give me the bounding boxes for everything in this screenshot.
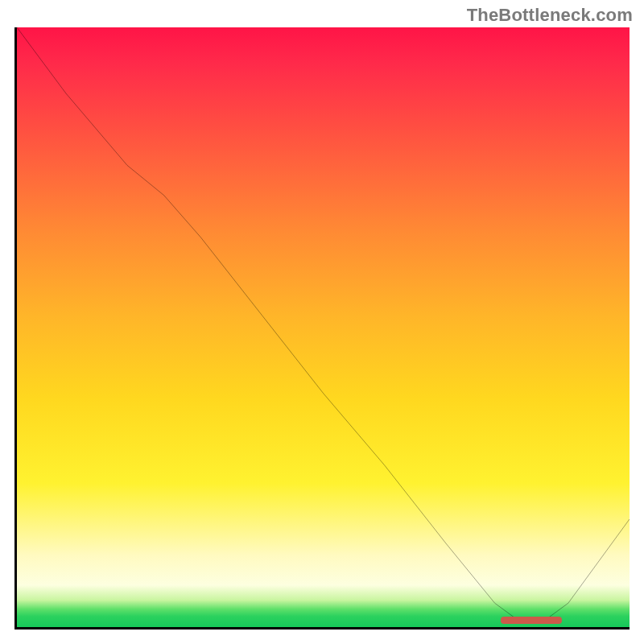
chart-stage: TheBottleneck.com — [0, 0, 644, 644]
plot-area — [14, 27, 630, 630]
watermark-text: TheBottleneck.com — [467, 5, 633, 26]
bottleneck-curve — [17, 27, 630, 627]
optimal-range-marker — [501, 617, 562, 624]
